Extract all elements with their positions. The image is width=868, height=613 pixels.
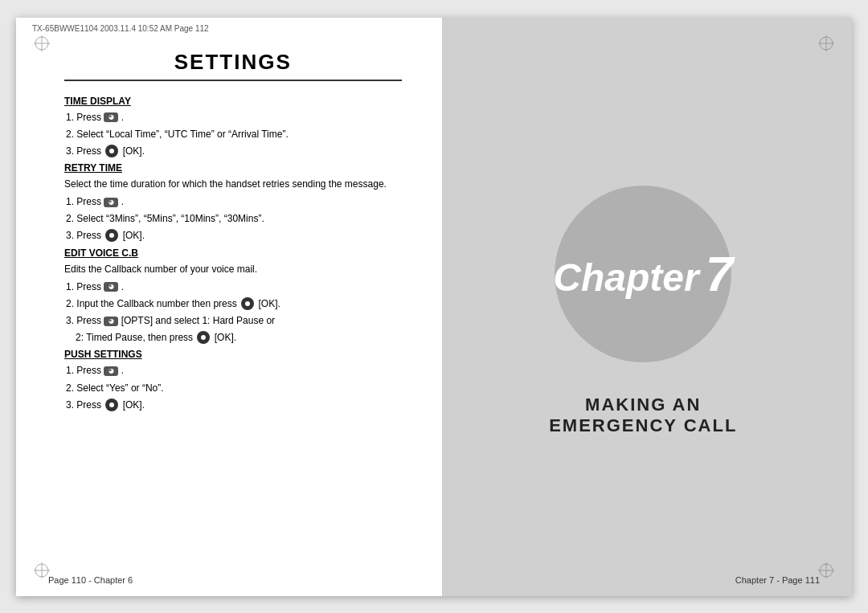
steps-push-settings: 1. Press ◕ . 2. Select “Yes” or “No”. 3.…	[64, 363, 402, 413]
chapter-subtitle: MAKING AN EMERGENCY CALL	[549, 394, 737, 436]
step-td-2: 2. Select “Local Time”, “UTC Time” or “A…	[66, 127, 402, 142]
title-underline	[64, 80, 402, 81]
heading-push-settings: PUSH SETTINGS	[64, 349, 402, 360]
retry-time-intro: Select the time duration for which the h…	[64, 177, 402, 191]
right-page: Chapter 7 MAKING AN EMERGENCY CALL Chapt…	[443, 18, 853, 596]
subtitle-line1: MAKING AN	[549, 394, 737, 415]
step-ev-3: 3. Press ◕ [OPTS] and select 1: Hard Pau…	[66, 313, 402, 329]
heading-retry-time: RETRY TIME	[64, 162, 402, 174]
reg-mark-tr	[818, 35, 834, 51]
step-ps-1: 1. Press ◕ .	[66, 363, 402, 378]
reg-mark-tl	[34, 35, 50, 51]
step-ev-3b: 2: Timed Pause, then press [OK].	[76, 330, 402, 345]
step-rt-1: 1. Press ◕ .	[66, 194, 402, 210]
edit-voice-intro: Edits the Callback number of your voice …	[64, 262, 402, 276]
reg-mark-bl	[34, 562, 50, 578]
header-text: TX-65BWWE1104 2003.11.4 10:52 AM Page 11…	[32, 24, 209, 33]
step-td-3: 3. Press [OK].	[66, 144, 402, 159]
steps-retry-time: 1. Press ◕ . 2. Select “3Mins”, “5Mins”,…	[64, 194, 402, 244]
step-td-1: 1. Press ◕ .	[66, 110, 402, 125]
subtitle-line2: EMERGENCY CALL	[549, 415, 737, 436]
section-retry-time: RETRY TIME Select the time duration for …	[64, 162, 402, 244]
section-push-settings: PUSH SETTINGS 1. Press ◕ . 2. Select “Ye…	[64, 349, 402, 413]
step-ps-2: 2. Select “Yes” or “No”.	[66, 381, 402, 396]
heading-edit-voice-cb: EDIT VOICE C.B	[64, 247, 402, 259]
step-ps-3: 3. Press [OK].	[66, 398, 402, 413]
step-rt-3: 3. Press [OK].	[66, 228, 402, 243]
section-time-display: TIME DISPLAY 1. Press ◕ . 2. Select “Loc…	[64, 96, 402, 160]
step-ev-1: 1. Press ◕ .	[66, 280, 402, 295]
steps-edit-voice: 1. Press ◕ . 2. Input the Callback numbe…	[64, 280, 402, 346]
left-page-footer: Page 110 - Chapter 6	[48, 575, 133, 585]
book-spread: TX-65BWWE1104 2003.11.4 10:52 AM Page 11…	[16, 18, 852, 596]
chapter-label: Chapter	[553, 259, 698, 297]
chapter-circle-text: Chapter 7	[553, 249, 733, 299]
step-rt-2: 2. Select “3Mins”, “5Mins”, “10Mins”, “3…	[66, 211, 402, 227]
right-page-footer: Chapter 7 - Page 111	[735, 575, 820, 585]
section-edit-voice-cb: EDIT VOICE C.B Edits the Callback number…	[64, 247, 402, 346]
page-title: SETTINGS	[64, 50, 402, 75]
left-page: TX-65BWWE1104 2003.11.4 10:52 AM Page 11…	[16, 18, 443, 596]
step-ev-2: 2. Input the Callback number then press …	[66, 296, 402, 312]
chapter-number: 7	[706, 249, 733, 299]
heading-time-display: TIME DISPLAY	[64, 96, 402, 107]
header-bar: TX-65BWWE1104 2003.11.4 10:52 AM Page 11…	[32, 24, 209, 33]
chapter-circle: Chapter 7	[555, 186, 731, 362]
steps-time-display: 1. Press ◕ . 2. Select “Local Time”, “UT…	[64, 110, 402, 160]
reg-mark-br	[818, 562, 834, 578]
